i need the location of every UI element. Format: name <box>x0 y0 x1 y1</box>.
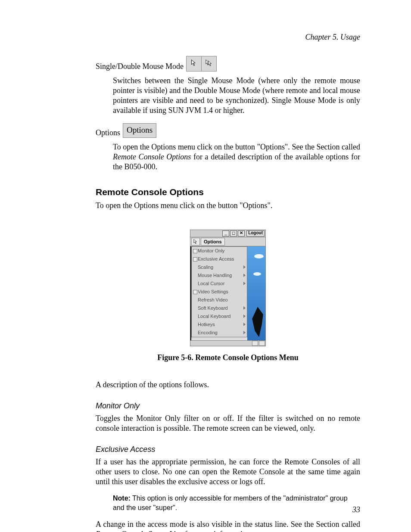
note-label: Note: <box>113 495 131 502</box>
options-entry: Options Options <box>96 123 360 138</box>
close-button[interactable]: ✕ <box>238 230 245 236</box>
mouse-mode-entry: Single/Double Mouse Mode <box>96 56 360 72</box>
desktop-background <box>247 246 265 340</box>
page-number: 33 <box>352 505 360 515</box>
submenu-arrow-icon <box>243 331 246 334</box>
submenu-arrow-icon <box>243 306 246 310</box>
section-heading: Remote Console Options <box>96 187 360 198</box>
exclusive-after-ref: Remote Console Status Line <box>96 530 183 532</box>
after-figure: A description of the options follows. <box>96 380 360 390</box>
cursor-icon <box>190 59 197 69</box>
options-desc-1: To open the Options menu click on the bu… <box>113 143 360 151</box>
options-button[interactable]: Options <box>123 123 156 138</box>
menu-item-local-keyboard[interactable]: Local Keyboard <box>192 312 247 320</box>
menu-item-video-settings[interactable]: Video Settings <box>192 288 247 296</box>
menu-item-local-cursor[interactable]: Local Cursor <box>192 280 247 288</box>
figure-caption: Figure 5-6. Remote Console Options Menu <box>96 353 360 363</box>
menu-item-refresh-video[interactable]: Refresh Video <box>192 296 247 304</box>
section-intro: To open the Options menu click on the bu… <box>96 201 360 211</box>
mouse-mode-desc: Switches between the Single Mouse Mode (… <box>113 76 360 115</box>
options-desc-ref: Remote Console Options <box>113 152 191 161</box>
exclusive-access-heading: Exclusive Access <box>96 445 360 454</box>
figure-wrap: _ ◻ ✕ Logout Options Monitor OnlyExclusi… <box>96 230 360 363</box>
logout-button[interactable]: Logout <box>246 230 265 236</box>
toolbar-options-button[interactable]: Options <box>201 238 225 246</box>
minimize-button[interactable]: _ <box>222 230 229 236</box>
exclusive-access-body: If a user has the appropriate permission… <box>96 457 360 487</box>
toolbar: Options <box>190 237 265 246</box>
monitor-only-heading: Monitor Only <box>96 401 360 411</box>
options-label: Options <box>96 128 120 138</box>
double-mouse-button[interactable] <box>202 56 216 71</box>
single-mouse-button[interactable] <box>187 56 202 71</box>
menu-item-soft-keyboard[interactable]: Soft Keyboard <box>192 304 247 312</box>
submenu-arrow-icon <box>243 323 246 326</box>
submenu-arrow-icon <box>243 314 246 318</box>
submenu-arrow-icon <box>243 274 246 277</box>
exclusive-after-2: for more information. <box>183 530 252 532</box>
monitor-only-body: Toggles the Monitor Only filter on or of… <box>96 414 360 433</box>
exclusive-after: A change in the access mode is also visi… <box>96 520 360 532</box>
window-titlebar: _ ◻ ✕ Logout <box>190 230 265 237</box>
menu-item-exclusive-access[interactable]: Exclusive Access <box>192 255 247 263</box>
note-body: This option is only accessible for membe… <box>113 495 348 511</box>
submenu-arrow-icon <box>243 282 246 285</box>
scrollbar-bottom[interactable] <box>190 340 265 346</box>
options-desc: To open the Options menu click on the bu… <box>113 142 360 172</box>
mouse-mode-label: Single/Double Mouse Mode <box>96 62 184 72</box>
submenu-arrow-icon <box>243 265 246 269</box>
options-menu: Monitor OnlyExclusive AccessScalingMouse… <box>191 246 247 337</box>
maximize-button[interactable]: ◻ <box>230 230 237 236</box>
menu-item-hotkeys[interactable]: Hotkeys <box>192 320 247 329</box>
exclusive-after-1: A change in the access mode is also visi… <box>96 520 360 529</box>
options-menu-screenshot: _ ◻ ✕ Logout Options Monitor OnlyExclusi… <box>190 230 266 346</box>
double-cursor-icon <box>206 59 212 69</box>
note-block: Note: This option is only accessible for… <box>113 494 360 512</box>
menu-item-monitor-only[interactable]: Monitor Only <box>192 247 247 255</box>
menu-item-mouse-handling[interactable]: Mouse Handling <box>192 271 247 280</box>
mouse-mode-button-group <box>186 56 217 72</box>
running-head: Chapter 5. Usage <box>96 32 360 42</box>
cursor-tool-icon[interactable] <box>191 238 200 246</box>
menu-item-encoding[interactable]: Encoding <box>192 329 247 337</box>
menu-item-scaling[interactable]: Scaling <box>192 263 247 271</box>
